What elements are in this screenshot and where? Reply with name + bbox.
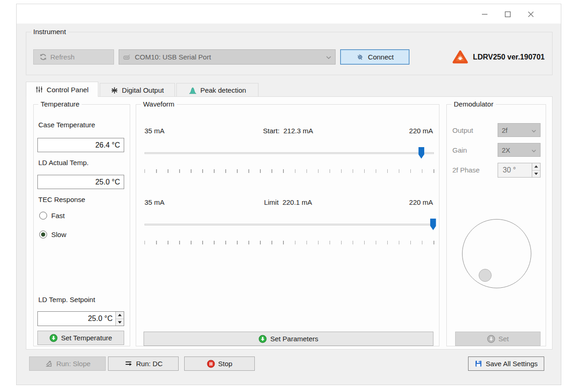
spin-down-button[interactable] (116, 319, 124, 326)
tab-digital-output-label: Digital Output (122, 86, 164, 94)
close-button[interactable] (519, 8, 542, 21)
chevron-down-icon (326, 53, 331, 61)
spin-up-button[interactable] (116, 312, 124, 319)
instrument-group: Instrument Refresh COM10: USB Serial Por… (26, 32, 553, 75)
start-slider-ticks (144, 169, 434, 173)
digital-output-icon (111, 87, 118, 94)
run-slope-button[interactable]: Run: Slope (29, 356, 106, 371)
maximize-icon (505, 11, 511, 18)
demodulator-set-label: Set (499, 335, 509, 343)
tab-digital-output[interactable]: Digital Output (100, 83, 175, 97)
phase-value: 30 ° (498, 163, 532, 177)
limit-slider-thumb[interactable] (430, 219, 436, 230)
ld-actual-temp-label: LD Actual Temp. (38, 159, 89, 166)
set-parameters-button[interactable]: Set Parameters (144, 332, 433, 346)
ld-temp-setpoint-spinner[interactable]: 25.0 °C (37, 311, 124, 326)
save-floppy-icon (475, 360, 482, 368)
waveform-group-label: Waveform (141, 100, 177, 108)
connect-plug-icon (356, 53, 365, 61)
gain-label: Gain (452, 146, 467, 154)
tec-slow-label: Slow (51, 231, 66, 238)
instrument-group-label: Instrument (31, 28, 68, 36)
close-icon (528, 11, 534, 18)
start-max-label: 220 mA (409, 127, 433, 135)
refresh-button[interactable]: Refresh (33, 49, 114, 65)
output-select[interactable]: 2f (498, 123, 541, 137)
output-label: Output (452, 126, 473, 134)
demodulator-set-button[interactable]: Set (455, 332, 541, 346)
phase-spinner[interactable]: 30 ° (498, 163, 541, 178)
app-window: Instrument Refresh COM10: USB Serial Por… (16, 4, 561, 385)
com-port-value: COM10: USB Serial Port (135, 53, 211, 61)
client-area: Instrument Refresh COM10: USB Serial Por… (17, 24, 561, 385)
run-slope-icon (44, 360, 53, 368)
screen: Instrument Refresh COM10: USB Serial Por… (0, 0, 577, 392)
tec-fast-radio[interactable]: Fast (39, 212, 65, 220)
tab-peak-detection[interactable]: Peak detection (176, 83, 258, 97)
control-panel-icon (36, 86, 43, 93)
phase-knob-indicator (479, 269, 492, 282)
output-value: 2f (502, 126, 508, 134)
phase-label: 2f Phase (452, 166, 480, 174)
case-temperature-value: 26.4 °C (95, 141, 120, 149)
demodulator-group: Demodulator Output 2f Gain 2X 2f Phase 3… (446, 104, 546, 346)
phase-knob[interactable] (462, 219, 531, 288)
refresh-button-label: Refresh (50, 53, 75, 61)
maximize-button[interactable] (496, 8, 519, 21)
waveform-group: Waveform 35 mA Start: 212.3 mA 220 mA 35… (136, 104, 439, 346)
title-bar (17, 4, 561, 24)
start-slider-thumb[interactable] (418, 147, 424, 159)
limit-slider-ticks (144, 241, 434, 244)
chevron-down-icon (531, 126, 536, 134)
start-caption-label: Start: (263, 127, 280, 135)
laser-logo-icon (452, 50, 469, 65)
save-all-settings-button[interactable]: Save All Settings (468, 356, 544, 371)
spin-down-button[interactable] (532, 171, 540, 178)
tab-control-panel-label: Control Panel (47, 86, 89, 94)
gain-value: 2X (502, 146, 510, 154)
limit-max-label: 220 mA (409, 198, 433, 206)
start-caption: Start: 212.3 mA (136, 127, 440, 135)
save-all-settings-label: Save All Settings (486, 360, 538, 368)
temperature-group-label: Temperature (38, 100, 82, 108)
temperature-group: Temperature Case Temperature 26.4 °C LD … (33, 104, 130, 346)
window-controls (473, 8, 542, 21)
set-temperature-label: Set Temperature (61, 334, 112, 342)
spin-up-button[interactable] (532, 163, 540, 171)
tab-peak-detection-label: Peak detection (200, 86, 246, 94)
radio-unchecked-icon (39, 212, 47, 220)
case-temperature-field: 26.4 °C (37, 138, 124, 152)
device-version-text: LDRV250 ver.190701 (473, 53, 545, 61)
connect-button-label: Connect (368, 53, 394, 61)
demodulator-group-label: Demodulator (451, 100, 496, 108)
set-temperature-button[interactable]: Set Temperature (37, 331, 124, 345)
tec-fast-label: Fast (51, 212, 65, 220)
set-green-icon (258, 335, 267, 343)
tab-control-panel[interactable]: Control Panel (26, 82, 98, 97)
run-dc-label: Run: DC (136, 360, 163, 368)
limit-caption: Limit 220.1 mA (136, 198, 440, 206)
tec-slow-radio[interactable]: Slow (39, 231, 66, 238)
gain-select[interactable]: 2X (498, 143, 541, 157)
control-panel-page: Temperature Case Temperature 26.4 °C LD … (26, 96, 553, 350)
limit-caption-value: 220.1 mA (282, 198, 312, 206)
limit-caption-label: Limit (264, 198, 279, 206)
ld-actual-temp-field: 25.0 °C (37, 175, 124, 189)
device-version: LDRV250 ver.190701 (452, 49, 545, 65)
tec-response-label: TEC Response (38, 196, 85, 203)
case-temperature-label: Case Temperature (38, 121, 95, 129)
chevron-down-icon (531, 146, 536, 154)
com-port-select[interactable]: COM10: USB Serial Port (119, 49, 336, 65)
refresh-icon (39, 53, 47, 61)
start-slider[interactable] (144, 152, 434, 154)
ld-temp-setpoint-value: 25.0 °C (38, 312, 115, 326)
connect-button[interactable]: Connect (340, 49, 409, 65)
radio-checked-icon (39, 231, 47, 238)
stop-button[interactable]: Stop (184, 356, 255, 371)
set-gray-icon (487, 335, 495, 343)
run-slope-label: Run: Slope (56, 360, 90, 368)
minimize-button[interactable] (473, 8, 496, 21)
run-dc-button[interactable]: Run: DC (108, 356, 179, 371)
start-caption-value: 212.3 mA (283, 127, 313, 135)
limit-slider[interactable] (144, 224, 434, 226)
